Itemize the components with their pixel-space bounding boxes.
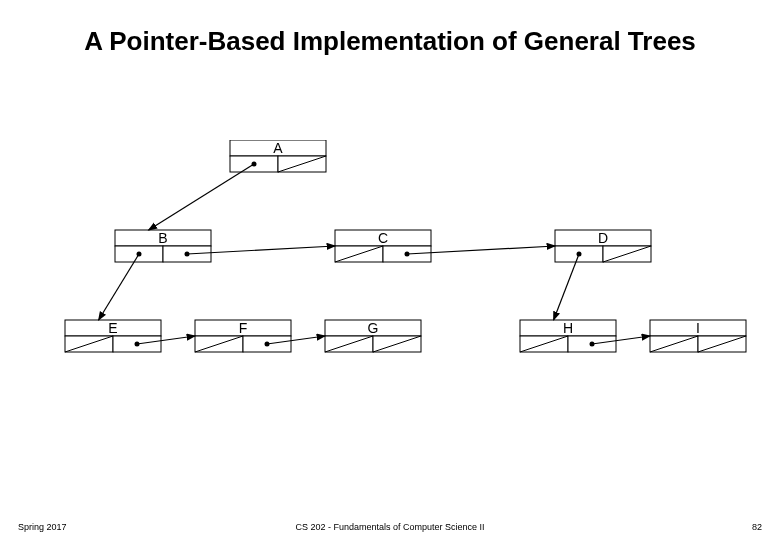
node-G: G [325, 320, 421, 352]
diagram-svg: ABCDEFGHI [0, 140, 780, 420]
node-G-label: G [368, 320, 379, 336]
page-title: A Pointer-Based Implementation of Genera… [0, 26, 780, 57]
footer-course: CS 202 - Fundamentals of Computer Scienc… [0, 522, 780, 532]
node-A-label: A [273, 140, 283, 156]
footer-page-number: 82 [752, 522, 762, 532]
node-F-label: F [239, 320, 248, 336]
edge-A-B [149, 164, 254, 230]
node-H-label: H [563, 320, 573, 336]
node-I: I [650, 320, 746, 352]
node-H: H [520, 320, 616, 352]
edge-D-H [554, 254, 579, 320]
node-E: E [65, 320, 161, 352]
node-B-label: B [158, 230, 167, 246]
tree-diagram: ABCDEFGHI [0, 140, 780, 420]
node-I-label: I [696, 320, 700, 336]
node-D-label: D [598, 230, 608, 246]
edge-B-E [99, 254, 139, 320]
node-A: A [230, 140, 326, 172]
node-B: B [115, 230, 211, 262]
node-C: C [335, 230, 431, 262]
node-C-label: C [378, 230, 388, 246]
node-D: D [555, 230, 651, 262]
node-E-label: E [108, 320, 117, 336]
node-F: F [195, 320, 291, 352]
